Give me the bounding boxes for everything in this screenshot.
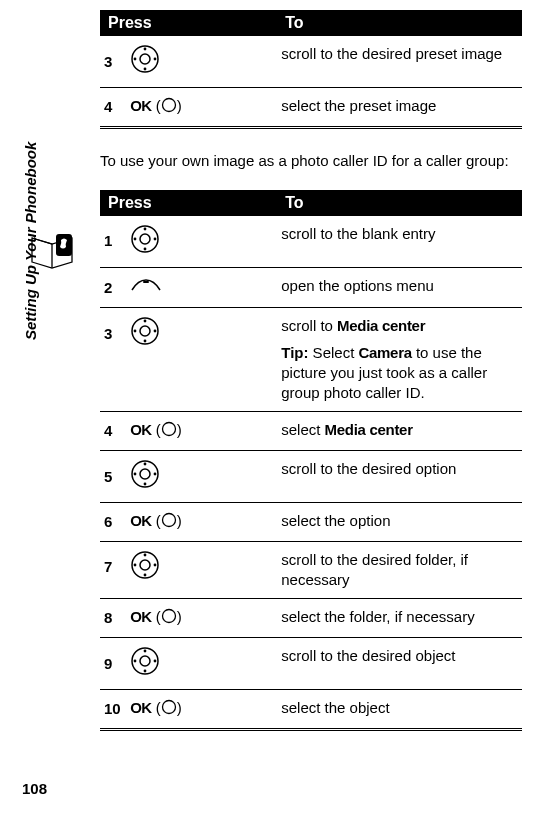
table-row: 8 OK () select the folder, if necessary	[100, 599, 522, 638]
step-description: open the options menu	[277, 268, 522, 308]
table-row: 6 OK () select the option	[100, 503, 522, 542]
text-bold: Camera	[358, 344, 411, 361]
col-to: To	[277, 190, 522, 216]
center-key-icon	[161, 608, 177, 629]
col-to: To	[277, 10, 522, 36]
col-press: Press	[100, 190, 277, 216]
table-row: 3 scroll to the desired preset image	[100, 36, 522, 88]
nav-key-icon	[130, 44, 160, 79]
step-description: scroll to the desired folder, if necessa…	[277, 541, 522, 599]
svg-point-12	[154, 238, 157, 241]
step-number: 5	[104, 467, 126, 487]
col-press: Press	[100, 10, 277, 36]
center-key-icon	[161, 699, 177, 720]
svg-point-40	[154, 660, 157, 663]
step-description: select the preset image	[277, 88, 522, 128]
ok-label: OK	[130, 97, 152, 114]
svg-point-36	[140, 656, 150, 666]
center-key-icon	[161, 421, 177, 442]
menu-key-icon	[130, 276, 162, 299]
step-number: 10	[104, 699, 126, 719]
center-key-icon	[161, 512, 177, 533]
svg-point-9	[144, 228, 147, 231]
step-number: 1	[104, 231, 126, 251]
text-fragment: scroll to	[281, 317, 337, 334]
table-row: 7 scroll to the desired folder, if neces…	[100, 541, 522, 599]
step-description: scroll to the desired preset image	[277, 36, 522, 88]
table-row: 1 scroll to the blank entry	[100, 216, 522, 268]
svg-point-37	[144, 650, 147, 653]
tip-label: Tip:	[281, 344, 308, 361]
step-number: 3	[104, 324, 126, 344]
svg-point-27	[162, 513, 175, 526]
section-tab-text: Setting Up Your Phonebook	[22, 142, 39, 340]
center-key-icon	[161, 97, 177, 118]
svg-point-31	[144, 574, 147, 577]
step-description: select the object	[277, 690, 522, 730]
step-number: 8	[104, 608, 126, 628]
svg-point-18	[134, 330, 137, 333]
svg-point-11	[134, 238, 137, 241]
table-row: 10 OK () select the object	[100, 690, 522, 730]
svg-point-29	[140, 560, 150, 570]
svg-point-2	[144, 48, 147, 51]
ok-label: OK	[130, 608, 152, 625]
table-row: 5 scroll to the desired option	[100, 451, 522, 503]
nav-key-icon	[130, 550, 160, 585]
step-description: scroll to the desired object	[277, 638, 522, 690]
step-number: 9	[104, 654, 126, 674]
svg-point-3	[144, 68, 147, 71]
text-bold: Media center	[337, 317, 425, 334]
svg-point-26	[154, 473, 157, 476]
svg-point-15	[140, 326, 150, 336]
step-number: 3	[104, 52, 126, 72]
step-number: 7	[104, 557, 126, 577]
section-tab-label: Setting Up Your Phonebook	[22, 142, 39, 340]
svg-point-8	[140, 234, 150, 244]
svg-point-19	[154, 330, 157, 333]
svg-point-41	[162, 700, 175, 713]
svg-point-4	[134, 58, 137, 61]
text-bold: Media center	[325, 421, 413, 438]
table-own-image-steps: Press To 1 scroll to the blank entry 2 o…	[100, 190, 522, 731]
table-preset-steps: Press To 3 scroll to the desired preset …	[100, 10, 522, 129]
step-number: 2	[104, 278, 126, 298]
table-row: 3 scroll to Media center Tip: Select Cam…	[100, 308, 522, 412]
svg-point-24	[144, 483, 147, 486]
nav-key-icon	[130, 459, 160, 494]
text-fragment: select	[281, 421, 324, 438]
svg-point-16	[144, 320, 147, 323]
step-description: scroll to Media center Tip: Select Camer…	[277, 308, 522, 412]
nav-key-icon	[130, 224, 160, 259]
svg-point-23	[144, 463, 147, 466]
svg-point-17	[144, 340, 147, 343]
svg-point-30	[144, 554, 147, 557]
step-description: scroll to the blank entry	[277, 216, 522, 268]
nav-key-icon	[130, 646, 160, 681]
step-number: 6	[104, 512, 126, 532]
step-description: scroll to the desired option	[277, 451, 522, 503]
svg-point-39	[134, 660, 137, 663]
table-row: 4 OK () select Media center	[100, 412, 522, 451]
instruction-text: To use your own image as a photo caller …	[100, 147, 522, 174]
svg-point-10	[144, 248, 147, 251]
svg-point-33	[154, 564, 157, 567]
ok-label: OK	[130, 512, 152, 529]
svg-point-32	[134, 564, 137, 567]
table-row: 2 open the options menu	[100, 268, 522, 308]
page-number: 108	[22, 780, 47, 797]
svg-point-5	[154, 58, 157, 61]
table-row: 4 OK () select the preset image	[100, 88, 522, 128]
table-row: 9 scroll to the desired object	[100, 638, 522, 690]
step-description: select the option	[277, 503, 522, 542]
nav-key-icon	[130, 316, 160, 351]
step-number: 4	[104, 97, 126, 117]
svg-point-25	[134, 473, 137, 476]
ok-label: OK	[130, 421, 152, 438]
svg-point-20	[162, 422, 175, 435]
step-description: select the folder, if necessary	[277, 599, 522, 638]
step-description: select Media center	[277, 412, 522, 451]
svg-point-22	[140, 469, 150, 479]
svg-rect-13	[143, 281, 149, 283]
table-header: Press To	[100, 190, 522, 216]
